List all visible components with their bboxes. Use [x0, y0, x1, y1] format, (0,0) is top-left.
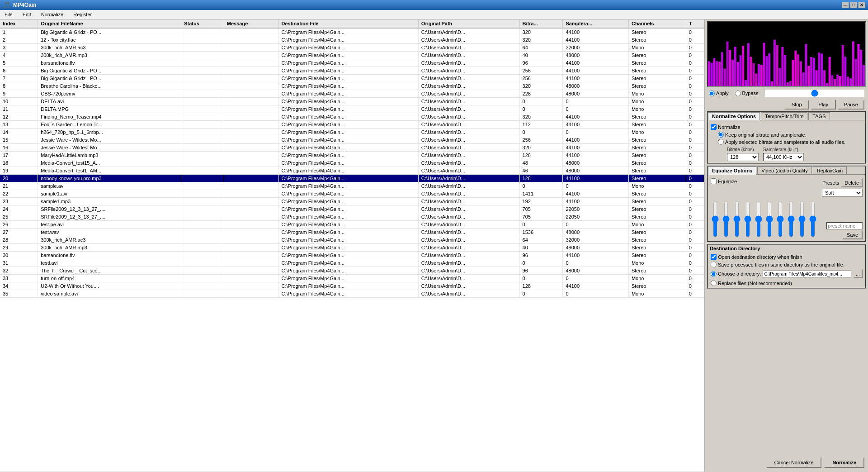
- table-cell: [181, 82, 224, 90]
- normalize-checkbox-label[interactable]: Normalize: [711, 124, 863, 130]
- eq-band-9[interactable]: [797, 201, 807, 237]
- open-dir-checkbox[interactable]: [711, 254, 717, 260]
- minimize-button[interactable]: —: [842, 2, 849, 8]
- table-row[interactable]: 17MaryHadALittleLamb.mp3C:\Program Files…: [0, 152, 704, 159]
- table-row[interactable]: 8Breathe Carolina - Blacko...C:\Program …: [0, 82, 704, 90]
- table-cell: 44100: [563, 36, 629, 44]
- table-cell: 705: [519, 213, 563, 221]
- pause-button[interactable]: Pause: [838, 100, 864, 110]
- table-row[interactable]: 9CBS-720p.wmvC:\Program Files\Mp4Gain...…: [0, 90, 704, 98]
- tab-equalize-options[interactable]: Equalize Options: [708, 167, 756, 175]
- equalize-checkbox-label[interactable]: Equalize: [711, 178, 737, 184]
- volume-slider[interactable]: [765, 90, 864, 97]
- tab-normalize-options[interactable]: Normalize Options: [708, 112, 760, 120]
- choose-dir-label[interactable]: Choose a directory:: [711, 271, 761, 277]
- dest-path-input[interactable]: [763, 271, 851, 277]
- table-row[interactable]: 10DELTA.aviC:\Program Files\Mp4Gain...C:…: [0, 98, 704, 105]
- stop-button[interactable]: Stop: [784, 100, 809, 110]
- table-row[interactable]: 24SRFile2009_12_3_13_27_....C:\Program F…: [0, 205, 704, 213]
- eq-band-1[interactable]: [711, 201, 720, 237]
- table-row[interactable]: 21sample.aviC:\Program Files\Mp4Gain...C…: [0, 182, 704, 190]
- table-cell: 1: [0, 28, 38, 36]
- tab-replaygain[interactable]: ReplayGain: [813, 167, 847, 174]
- browse-button[interactable]: ...: [853, 269, 863, 278]
- table-row[interactable]: 28300k_rich_AMR.ac3C:\Program Files\Mp4G…: [0, 236, 704, 244]
- bypass-radio[interactable]: [735, 91, 741, 96]
- bitrate-select[interactable]: 128 3240486496 160192256320: [727, 153, 759, 161]
- table-cell: SRFile2009_12_3_13_27_....: [38, 213, 181, 221]
- table-row[interactable]: 26test-pe.aviC:\Program Files\Mp4Gain...…: [0, 221, 704, 229]
- normalize-button[interactable]: Normalize: [824, 457, 864, 468]
- tab-video-quality[interactable]: Video (audio) Quality: [757, 167, 812, 174]
- replace-files-radio[interactable]: [711, 280, 717, 286]
- table-cell: [181, 144, 224, 152]
- tab-tempo-pitch[interactable]: Tempo/Pitch/Trim: [761, 112, 807, 120]
- table-row[interactable]: 22sample1.aviC:\Program Files\Mp4Gain...…: [0, 190, 704, 198]
- eq-band-10[interactable]: [808, 201, 817, 237]
- maximize-button[interactable]: □: [850, 2, 857, 8]
- eq-band-3[interactable]: [732, 201, 741, 237]
- keep-original-radio[interactable]: [718, 132, 724, 138]
- menu-register[interactable]: Register: [71, 11, 94, 18]
- table-row[interactable]: 1Big Gigantic & Gridz - PO...C:\Program …: [0, 28, 704, 36]
- bypass-radio-label[interactable]: Bypass: [735, 91, 759, 96]
- table-row[interactable]: 3300k_rich_AMR.ac3C:\Program Files\Mp4Ga…: [0, 44, 704, 52]
- table-row[interactable]: 30barsandtone.flvC:\Program Files\Mp4Gai…: [0, 252, 704, 259]
- table-row[interactable]: 16Jessie Ware - Wildest Mo...C:\Program …: [0, 144, 704, 152]
- table-cell: Breathe Carolina - Blacko...: [38, 82, 181, 90]
- table-row[interactable]: 5barsandtone.flvC:\Program Files\Mp4Gain…: [0, 59, 704, 67]
- table-row[interactable]: 32The_IT_Crowd__Cut_sce...C:\Program Fil…: [0, 267, 704, 275]
- equalize-checkbox[interactable]: [711, 178, 717, 184]
- table-row[interactable]: 23sample1.mp3C:\Program Files\Mp4Gain...…: [0, 198, 704, 205]
- table-row[interactable]: 33turn-on-off.mp4C:\Program Files\Mp4Gai…: [0, 275, 704, 282]
- eq-band-5[interactable]: [754, 201, 763, 237]
- apply-radio-label[interactable]: Apply: [709, 91, 729, 96]
- save-preset-button[interactable]: Save: [842, 230, 863, 239]
- table-row[interactable]: 27test.wavC:\Program Files\Mp4Gain...C:\…: [0, 229, 704, 236]
- preset-select[interactable]: Soft Rock Pop Jazz Classical: [822, 189, 863, 197]
- eq-band-2[interactable]: [722, 201, 731, 237]
- close-button[interactable]: ✕: [858, 2, 865, 8]
- save-same-label[interactable]: Save processed files in same directory a…: [711, 262, 863, 267]
- table-row[interactable]: 7Big Gigantic & Gridz - PO...C:\Program …: [0, 75, 704, 82]
- apply-selected-radio[interactable]: [718, 139, 724, 145]
- table-row[interactable]: 6Big Gigantic & Gridz - PO...C:\Program …: [0, 67, 704, 75]
- play-button[interactable]: Play: [811, 100, 836, 110]
- table-row[interactable]: 4300k_rich_AMR.mp3C:\Program Files\Mp4Ga…: [0, 52, 704, 59]
- eq-band-4[interactable]: [743, 201, 752, 237]
- table-row[interactable]: 20nobody knows you pro.mp3C:\Program Fil…: [0, 175, 704, 182]
- samplerate-select[interactable]: 44,100 KHz 8,000 KHz11,025 KHz16,000 KHz…: [763, 153, 804, 161]
- preset-name-input[interactable]: [826, 222, 863, 229]
- eq-band-7[interactable]: [776, 201, 785, 237]
- cancel-normalize-button[interactable]: Cancel Normalize: [766, 457, 822, 468]
- apply-selected-label[interactable]: Apply selected bitrate and samplerate to…: [718, 139, 863, 145]
- open-dir-label[interactable]: Open destination directory when finish: [711, 254, 863, 260]
- normalize-checkbox[interactable]: [711, 124, 717, 130]
- table-row[interactable]: 25SRFile2009_12_3_13_27_....C:\Program F…: [0, 213, 704, 221]
- eq-band-8[interactable]: [787, 201, 796, 237]
- replace-files-label[interactable]: Replace files (Not recommended): [711, 280, 863, 286]
- apply-radio[interactable]: [709, 91, 715, 96]
- table-row[interactable]: 12Finding_Nemo_Teaser.mp4C:\Program File…: [0, 113, 704, 121]
- table-row[interactable]: 31testl.aviC:\Program Files\Mp4Gain...C:…: [0, 259, 704, 267]
- menu-normalize[interactable]: Normalize: [38, 11, 66, 18]
- table-row[interactable]: 13Fool`s Garden - Lemon Tr...C:\Program …: [0, 121, 704, 129]
- save-same-radio[interactable]: [711, 262, 717, 267]
- table-row[interactable]: 14h264_720p_hp_5.1_6mbp...C:\Program Fil…: [0, 129, 704, 136]
- keep-original-label[interactable]: Keep original bitrate and samplerate.: [718, 132, 863, 138]
- table-row[interactable]: 35video sample.aviC:\Program Files\Mp4Ga…: [0, 290, 704, 298]
- menu-file[interactable]: File: [2, 11, 15, 18]
- eq-slider-3: [732, 199, 741, 239]
- eq-band-6[interactable]: [765, 201, 774, 237]
- menu-edit[interactable]: Edit: [20, 11, 34, 18]
- tab-tags[interactable]: TAGS: [808, 112, 830, 120]
- delete-preset-button[interactable]: Delete: [841, 178, 863, 187]
- table-row[interactable]: 11DELTA.MPGC:\Program Files\Mp4Gain...C:…: [0, 105, 704, 113]
- table-row[interactable]: 212 - Toxicity.flacC:\Program Files\Mp4G…: [0, 36, 704, 44]
- table-row[interactable]: 19Media-Convert_test1_AM...C:\Program Fi…: [0, 167, 704, 175]
- table-row[interactable]: 18Media-Convert_test15_A...C:\Program Fi…: [0, 159, 704, 167]
- table-row[interactable]: 34U2-With Or Without You....C:\Program F…: [0, 282, 704, 290]
- table-row[interactable]: 29300k_rich_AMR.mp3C:\Program Files\Mp4G…: [0, 244, 704, 252]
- table-row[interactable]: 15Jessie Ware - Wildest Mo...C:\Program …: [0, 136, 704, 144]
- choose-dir-radio[interactable]: [711, 271, 717, 277]
